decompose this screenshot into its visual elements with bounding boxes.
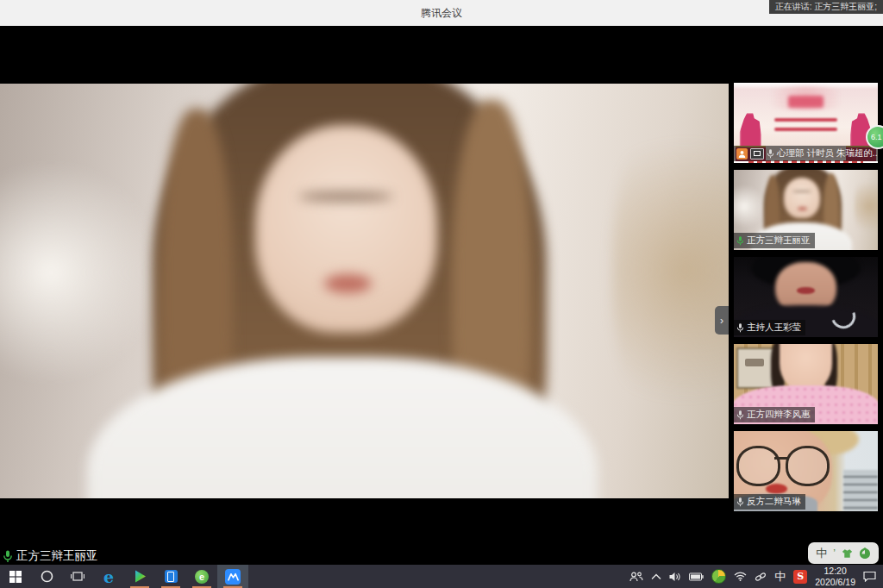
task-view-icon: [71, 571, 85, 582]
browser-360-icon: e: [195, 570, 209, 584]
speaking-status-banner: 正在讲话: 正方三辩王丽亚;: [769, 0, 883, 14]
microphone-on-icon: [3, 550, 13, 563]
ime-sogou-logo-icon[interactable]: [859, 547, 871, 559]
tencent-meeting-window: 腾讯会议 正在讲话: 正方三辩王丽亚; ›: [0, 0, 883, 588]
action-center-icon[interactable]: [863, 571, 876, 582]
speaker-mouth: [324, 274, 372, 293]
host-lips: [797, 287, 814, 293]
microphone-icon: [767, 149, 774, 159]
tencent-video-button[interactable]: [124, 565, 155, 588]
system-tray: 中 S 12:20 2020/6/19: [629, 565, 883, 588]
background-window-railing: [843, 470, 878, 511]
main-video-stage[interactable]: ›: [0, 26, 729, 565]
windows-logo-icon: [9, 571, 22, 583]
participants-sidebar: 心理部 计时员 朱瑞超的...: [729, 26, 883, 565]
ime-language-indicator[interactable]: 中: [774, 569, 786, 585]
chevron-right-icon: ›: [720, 315, 723, 327]
cortana-circle-icon: [41, 570, 53, 583]
your-phone-button[interactable]: [155, 565, 186, 588]
speaker-video-scene: [0, 84, 729, 498]
volume-icon[interactable]: [669, 572, 681, 582]
background-wall: [855, 174, 878, 238]
phone-icon: [165, 570, 178, 583]
tencent-meeting-icon: [225, 569, 241, 585]
title-bar[interactable]: 腾讯会议: [0, 0, 883, 26]
participant-label: 主持人王彩莹: [734, 320, 805, 335]
wifi-icon[interactable]: [734, 572, 747, 581]
slide-text-line: [774, 128, 837, 131]
glasses-left-lens: [736, 446, 780, 486]
browser-360-button[interactable]: e: [186, 565, 217, 588]
show-hidden-icons-chevron[interactable]: [651, 573, 661, 580]
antivirus-shield-icon[interactable]: [711, 569, 726, 584]
microphone-icon: [736, 410, 744, 420]
screen-share-icon: [750, 148, 764, 160]
taskbar-clock[interactable]: 12:20 2020/6/19: [815, 566, 855, 587]
participant-name: 心理部 计时员 朱瑞超的...: [777, 147, 878, 160]
microphone-icon: [736, 323, 744, 333]
clock-time: 12:20: [815, 566, 855, 577]
slide-text-line: [774, 118, 837, 122]
floating-speed-ball-badge[interactable]: 6.1: [866, 125, 883, 149]
main-video-feed[interactable]: [0, 84, 729, 498]
badge-value: 6.1: [871, 133, 882, 141]
battery-icon[interactable]: [689, 572, 704, 581]
ime-toolbar[interactable]: 中 ’: [808, 542, 879, 564]
participant-tile-debater2[interactable]: 反方二辩马琳: [734, 431, 878, 511]
participant-name: 正方四辩李风惠: [747, 409, 811, 421]
participant-label: 正方三辩王丽亚: [734, 233, 815, 248]
edge-icon: e: [103, 567, 114, 586]
glasses-bridge: [774, 457, 787, 460]
sidebar-collapse-handle[interactable]: ›: [715, 306, 729, 335]
slide-title-art: [788, 96, 823, 108]
main-speaker-name: 正方三辩王丽亚: [16, 548, 98, 564]
ime-skin-icon[interactable]: [842, 548, 853, 559]
microphone-icon: [736, 497, 744, 507]
ime-punctuation-button[interactable]: ’: [833, 547, 836, 560]
task-view-button[interactable]: [62, 565, 93, 588]
participant-label: 心理部 计时员 朱瑞超的...: [734, 146, 878, 161]
tencent-video-play-icon: [133, 569, 147, 584]
link-chain-icon[interactable]: [755, 572, 767, 582]
participant-tile-presenter[interactable]: 心理部 计时员 朱瑞超的...: [734, 83, 878, 163]
participant-tile-active-speaker[interactable]: 正方三辩王丽亚: [734, 170, 878, 250]
clock-date: 2020/6/19: [815, 577, 855, 588]
ime-chinese-mode-button[interactable]: 中: [816, 546, 827, 561]
background-wall: [612, 104, 729, 436]
participant-label: 正方四辩李风惠: [734, 407, 815, 422]
background-cabinet-slot: [745, 359, 764, 366]
slide-figure-left: [740, 113, 761, 150]
participant-name: 正方三辩王丽亚: [747, 235, 811, 247]
window-title: 腾讯会议: [0, 0, 883, 26]
microphone-on-icon: [736, 236, 744, 246]
participant-name: 主持人王彩莹: [747, 322, 801, 334]
speaker-face: [255, 125, 437, 333]
participant-name: 反方二辩马琳: [747, 496, 801, 508]
speaker-face: [784, 178, 820, 218]
sogou-input-icon[interactable]: S: [793, 570, 807, 584]
windows-taskbar: e e: [0, 565, 883, 588]
cortana-button[interactable]: [31, 565, 62, 588]
glasses-right-lens: [786, 446, 830, 486]
people-icon[interactable]: [629, 572, 643, 582]
speaker-brows: [298, 191, 393, 202]
participant-tile-host[interactable]: 主持人王彩莹: [734, 257, 878, 337]
participant-tile-debater4[interactable]: 正方四辩李风惠: [734, 344, 878, 424]
background-window-light: [0, 159, 160, 387]
main-speaker-name-label: 正方三辩王丽亚: [3, 548, 98, 564]
edge-browser-button[interactable]: e: [93, 565, 124, 588]
speaker-mouth: [798, 207, 807, 210]
background-window-light: [734, 185, 766, 228]
taskbar-left: e e: [0, 565, 248, 588]
participant-label: 反方二辩马琳: [734, 494, 805, 510]
start-button[interactable]: [0, 565, 31, 588]
presenter-icon: [736, 148, 748, 160]
tencent-meeting-button[interactable]: [217, 565, 248, 588]
